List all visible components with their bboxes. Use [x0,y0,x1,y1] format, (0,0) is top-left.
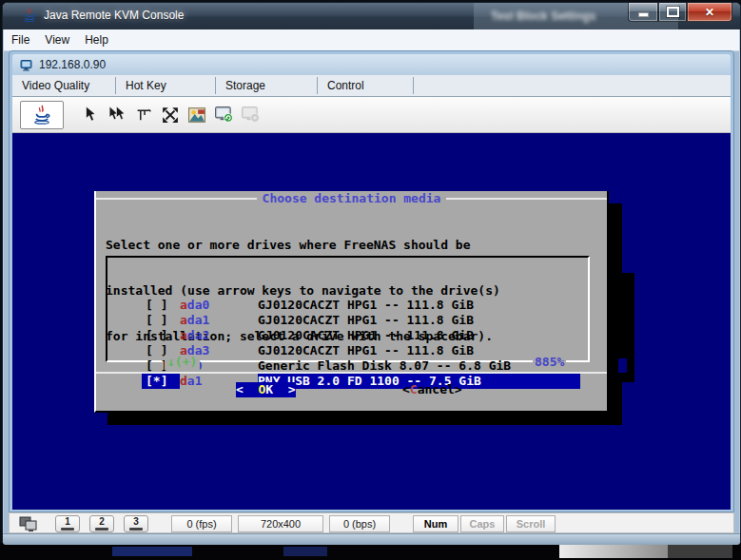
drive-list-rows: [ ]ada0GJ0120CACZT HPG1 -- 111.8 GiB[ ]a… [107,298,588,389]
java-logo-button[interactable] [20,101,64,129]
cursor-icon [83,106,98,124]
drive-row[interactable]: [ ]ada0GJ0120CACZT HPG1 -- 111.8 GiB [142,298,580,313]
fullscreen-icon [162,106,179,124]
maximize-button[interactable] [658,3,687,22]
status-bar: 1 2 3 0 (fps) 720x400 0 (bps) Num Caps S… [9,512,734,533]
maximize-icon [667,7,679,17]
app-menu: Video Quality Hot Key Storage Control [12,75,731,97]
connection-bar: 192.168.0.90 [12,54,731,75]
soft-cursor-icon [136,106,152,123]
dual-cursor-button[interactable] [107,106,127,125]
dialog-divider [96,372,607,374]
num-lock-indicator[interactable]: Num [413,515,458,532]
soft-cursor-button[interactable] [134,106,153,125]
title-bar[interactable]: Test Block Settings Java Remote KVM Cons… [3,3,740,29]
scroll-percent: 885% [533,355,566,370]
mouse-button-3-indicator: 3 [124,515,148,532]
drive-row[interactable]: [ ]ada1GJ0120CACZT HPG1 -- 111.8 GiB [142,313,580,328]
drive-tag: ada0 [180,298,258,313]
title-rule [96,198,257,200]
app-menu-control[interactable]: Control [318,75,413,96]
dialog-title-row: Choose destination media [96,191,607,206]
java-cup-icon [31,104,52,126]
drive-row[interactable]: [*]da1PNY USB 2.0 FD 1100 -- 7.5 GiB [142,374,580,389]
dual-monitor-icon [19,515,38,532]
instruction-line: Select one or more drives where FreeNAS … [106,238,500,253]
ok-button[interactable]: < OK > [236,382,296,397]
drive-row[interactable]: [ ]ada3GJ0120CACZT HPG1 -- 111.8 GiB [142,343,580,358]
menu-separator [413,77,414,94]
window-bottom-edge [3,533,740,545]
drive-description: GJ0120CACZT HPG1 -- 111.8 GiB [258,328,474,343]
app-menu-video-quality[interactable]: Video Quality [12,75,115,96]
monitor-disabled-button[interactable] [241,106,260,125]
dialog-title: Choose destination media [257,191,447,206]
kvm-console-window: Test Block Settings Java Remote KVM Cons… [2,2,741,544]
drive-description: GJ0120CACZT HPG1 -- 111.8 GiB [258,343,474,358]
background-window-text: Test Block Settings [491,10,595,23]
cancel-hotkey: C [410,382,418,396]
refresh-video-button[interactable] [214,106,233,125]
menu-item-help[interactable]: Help [77,31,116,48]
scroll-lock-indicator[interactable]: Scroll [506,515,556,532]
resolution-display: 720x400 [238,515,323,532]
window-title: Java Remote KVM Console [44,9,184,22]
menu-item-file[interactable]: File [4,31,37,48]
snapshot-icon [188,107,205,123]
menu-item-view[interactable]: View [37,31,77,48]
background-window-fragment [559,544,668,558]
fps-display: 0 (fps) [171,515,232,532]
drive-listbox: [ ]ada0GJ0120CACZT HPG1 -- 111.8 GiB[ ]a… [106,256,590,362]
remote-console-screen[interactable]: Choose destination media Select one or m… [12,133,731,510]
background-window-fragment [112,547,192,556]
toolbar [12,97,731,133]
viewer-frame: 192.168.0.90 Video Quality Hot Key Stora… [9,50,734,512]
close-icon: ✕ [705,7,714,18]
mouse-button-1-indicator: 1 [55,515,80,532]
app-menu-storage[interactable]: Storage [216,75,317,96]
single-cursor-button[interactable] [81,106,100,125]
app-menu-hot-key[interactable]: Hot Key [116,75,215,96]
menu-bar: File View Help [4,29,739,51]
drive-row[interactable]: [ ]ada2GJ0120CACZT HPG1 -- 111.8 GiB [142,328,580,343]
minimize-button[interactable] [628,3,658,22]
monitor-refresh-icon [215,106,233,123]
drive-tag: ada2 [180,328,258,343]
background-window-fragment [283,547,327,556]
mouse-button-2-indicator: 2 [89,515,114,532]
shadow-notch [618,358,627,373]
drive-description: GJ0120CACZT HPG1 -- 111.8 GiB [258,313,474,328]
bps-display: 0 (bps) [329,515,390,532]
minimize-icon [638,12,649,17]
monitor-icon [20,59,32,71]
dual-cursor-icon [108,106,126,124]
drive-tag: ada1 [180,313,258,328]
close-button[interactable]: ✕ [687,3,732,22]
background-window-fragment [668,544,732,558]
java-cup-icon [22,8,37,23]
drive-description: GJ0120CACZT HPG1 -- 111.8 GiB [258,298,474,313]
fullscreen-button[interactable] [161,106,180,125]
monitor-disabled-icon [242,106,260,123]
caps-lock-indicator[interactable]: Caps [460,515,504,532]
cancel-button[interactable]: <Cancel> [402,382,462,397]
choose-destination-dialog: Choose destination media Select one or m… [94,191,609,413]
snapshot-button[interactable] [187,106,206,125]
title-rule [446,198,607,200]
more-below-indicator: ↓(+) [165,355,200,370]
connection-ip: 192.168.0.90 [39,58,106,71]
